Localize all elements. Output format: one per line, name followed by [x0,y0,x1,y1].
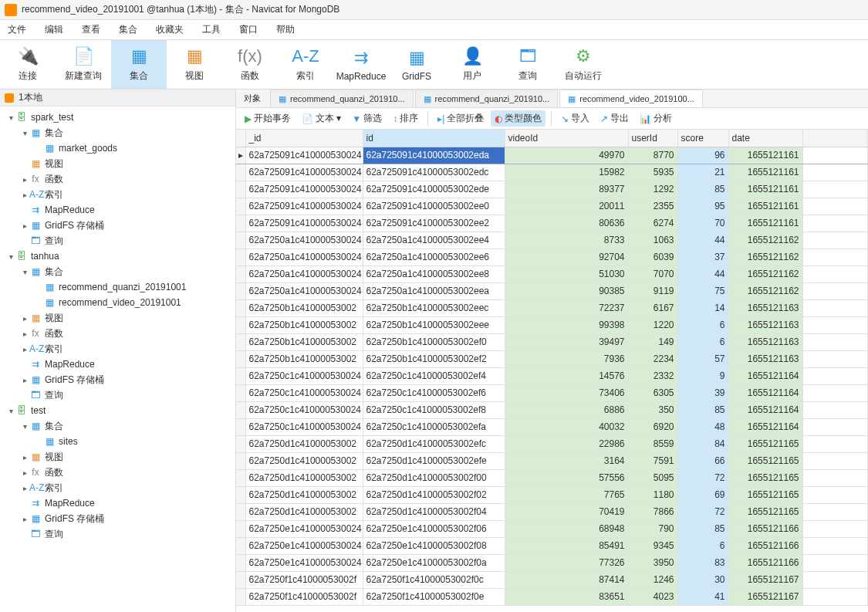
cell[interactable]: 62a7250d1c41000053002efc [363,435,505,452]
menu-1[interactable]: 编辑 [45,23,63,36]
gridtool-10[interactable]: 📊分析 [636,110,676,127]
table-row[interactable]: 62a7250b1c4100005300262a7250b1c410000530… [236,333,868,350]
col-id[interactable]: id [363,130,505,147]
cell[interactable]: 62a7250c1c41000053002ef8 [363,401,505,418]
tab[interactable]: ▦recommend_quanzi_201910... [270,90,414,107]
cell[interactable]: 62a7250d1c41000053002 [245,503,363,520]
cell[interactable]: 9 [677,367,728,384]
cell[interactable]: 20011 [505,198,628,215]
cell[interactable]: 1655121165 [728,503,802,520]
cell[interactable]: 66 [677,452,728,469]
cell[interactable] [802,401,868,418]
cell[interactable]: 39 [677,384,728,401]
table-row[interactable]: 62a7250b1c4100005300262a7250b1c410000530… [236,299,868,316]
tree-toggle[interactable]: ▸ [20,175,29,184]
tree-node[interactable]: ⇉MapReduce [0,202,235,218]
menu-2[interactable]: 查看 [82,23,100,36]
cell[interactable]: 62a725091c410000530024 [245,198,363,215]
cell[interactable]: 2355 [628,198,677,215]
cell[interactable] [802,282,868,299]
col-_id[interactable]: _id [245,130,363,147]
table-row[interactable]: 62a7250b1c4100005300262a7250b1c410000530… [236,350,868,367]
tree-node[interactable]: ▸▦GridFS 存储桶 [0,372,235,387]
cell[interactable] [802,164,868,181]
cell[interactable]: 1292 [628,181,677,198]
cell[interactable]: 1246 [628,571,677,588]
cell[interactable]: 7936 [505,350,628,367]
cell[interactable]: 62a725091c410000530024 [245,147,363,164]
tree-node[interactable]: ⇉MapReduce [0,357,235,372]
tree-node[interactable]: ▸A-Z索引 [0,187,235,202]
table-row[interactable]: 62a725091c41000053002462a725091c41000053… [236,181,868,198]
cell[interactable]: 62a7250d1c41000053002 [245,469,363,486]
cell[interactable]: 44 [677,232,728,249]
cell[interactable]: 62a725091c410000530024 [245,215,363,232]
tree-toggle[interactable]: ▾ [20,422,29,431]
table-row[interactable]: 62a725091c41000053002462a725091c41000053… [236,198,868,215]
tree-toggle[interactable]: ▸ [20,314,29,323]
cell[interactable] [802,520,868,537]
cell[interactable]: 62a7250a1c41000053002ee4 [363,232,505,249]
toolbar-用户[interactable]: 👤用户 [444,40,500,89]
toolbar-函数[interactable]: f(x)函数 [222,40,278,89]
tree-node[interactable]: ▾🗄test [0,403,235,418]
cell[interactable] [802,554,868,571]
gridtool-3[interactable]: ↕排序 [389,110,422,127]
cell[interactable]: 62a725091c41000053002eda [363,147,505,164]
cell[interactable]: 62a7250d1c41000053002 [245,435,363,452]
table-row[interactable]: 62a7250a1c41000053002462a7250a1c41000053… [236,265,868,282]
cell[interactable]: 62a7250d1c41000053002 [245,452,363,469]
tree-toggle[interactable]: ▾ [6,113,15,122]
table-row[interactable]: 62a7250b1c4100005300262a7250b1c410000530… [236,316,868,333]
tree-toggle[interactable]: ▾ [6,252,15,261]
cell[interactable]: 62a7250e1c410000530024 [245,554,363,571]
tree-node[interactable]: ▸fx函数 [0,465,235,480]
cell[interactable]: 7866 [628,503,677,520]
cell[interactable]: 5095 [628,469,677,486]
cell[interactable]: 2234 [628,350,677,367]
cell[interactable]: 72 [677,503,728,520]
cell[interactable]: 48 [677,418,728,435]
cell[interactable]: 1655121166 [728,554,802,571]
tree-toggle[interactable]: ▸ [20,484,29,492]
gridtool-8[interactable]: ↘导入 [557,110,593,127]
table-row[interactable]: 62a7250c1c41000053002462a7250c1c41000053… [236,367,868,384]
tree-node[interactable]: ▦sites [0,434,235,449]
cell[interactable]: 62a7250a1c410000530024 [245,282,363,299]
cell[interactable] [802,418,868,435]
cell[interactable]: 1655121162 [728,282,802,299]
cell[interactable]: 72 [677,469,728,486]
tree-node[interactable]: ▸▦GridFS 存储桶 [0,511,235,526]
cell[interactable]: 9345 [628,537,677,554]
cell[interactable] [802,452,868,469]
cell[interactable]: 62a7250a1c41000053002eea [363,282,505,299]
cell[interactable]: 1655121162 [728,265,802,282]
cell[interactable]: 1655121161 [728,198,802,215]
tree-toggle[interactable]: ▾ [20,129,29,137]
table-row[interactable]: 62a7250a1c41000053002462a7250a1c41000053… [236,282,868,299]
cell[interactable]: 62a7250b1c41000053002 [245,333,363,350]
cell[interactable]: 62a7250d1c41000053002f02 [363,486,505,503]
cell[interactable] [802,147,868,164]
cell[interactable]: 1655121167 [728,588,802,605]
cell[interactable]: 69 [677,486,728,503]
tree-node[interactable]: ⇉MapReduce [0,495,235,511]
table-row[interactable]: 62a7250c1c41000053002462a7250c1c41000053… [236,401,868,418]
table-row[interactable]: 62a7250e1c41000053002462a7250e1c41000053… [236,520,868,537]
cell[interactable]: 2332 [628,367,677,384]
cell[interactable]: 62a725091c41000053002ede [363,181,505,198]
cell[interactable] [802,265,868,282]
cell[interactable]: 1655121167 [728,571,802,588]
tree-toggle[interactable]: ▸ [20,515,29,523]
tree-toggle[interactable]: ▾ [6,407,15,415]
cell[interactable]: 7591 [628,452,677,469]
tree-node[interactable]: ▸▦GridFS 存储桶 [0,218,235,233]
gridtool-9[interactable]: ↗导出 [596,110,633,127]
menu-7[interactable]: 帮助 [276,23,295,36]
tree-node[interactable]: ▸fx函数 [0,326,235,341]
cell[interactable]: 8733 [505,232,628,249]
gridtool-5[interactable]: ▸|全部折叠 [434,110,488,127]
cell[interactable]: 1655121165 [728,486,802,503]
cell[interactable]: 62a7250e1c41000053002f0a [363,554,505,571]
cell[interactable]: 62a7250b1c41000053002eec [363,299,505,316]
